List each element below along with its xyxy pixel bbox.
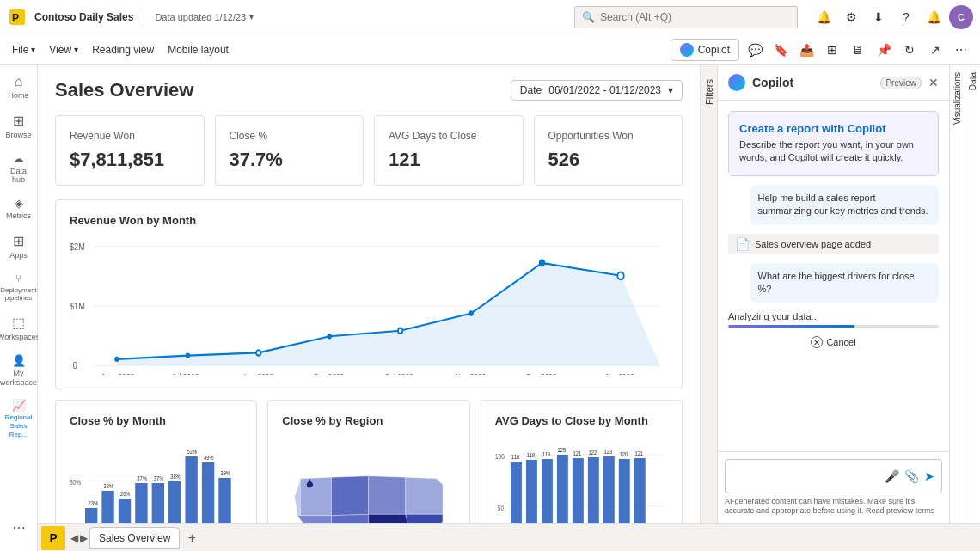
sidebar-item-datahub[interactable]: ☁ Data hub [2,147,36,191]
powerbi-logo: P [41,526,65,550]
cancel-button[interactable]: ✕ Cancel [811,336,855,348]
datahub-icon: ☁ [13,152,24,165]
report-main: Sales Overview Date 06/01/2022 - 01/12/2… [38,65,700,523]
main-container: ⌂ Home ⊞ Browse ☁ Data hub ◈ Metrics ⊞ A… [0,65,980,551]
sidebar-item-regionalsales[interactable]: 📈 Regional Sales Rep... [2,394,36,444]
refresh-icon[interactable]: ↻ [897,38,922,62]
svg-text:50%: 50% [70,478,81,487]
date-filter[interactable]: Date 06/01/2022 - 01/12/2023 ▾ [511,80,683,101]
sidebar-item-browse[interactable]: ⊞ Browse [2,107,36,145]
kpi-value-opps: 526 [548,149,669,171]
pin-icon[interactable]: 📌 [872,38,896,62]
avatar[interactable]: C [949,5,973,29]
file-menu[interactable]: File ▾ [7,39,40,61]
kpi-value-close: 37.7% [230,149,350,171]
svg-text:32%: 32% [104,482,113,489]
close-icon[interactable]: ✕ [928,76,939,89]
mobile-layout-btn[interactable]: Mobile layout [162,39,234,61]
help-icon[interactable]: ? [894,5,918,29]
svg-text:37%: 37% [154,474,163,481]
svg-text:37%: 37% [137,474,146,481]
svg-rect-77 [618,459,629,523]
toolbar-right-icons: 💬 🔖 📤 ⊞ 🖥 📌 ↻ ↗ ⋯ [743,38,973,62]
svg-point-13 [469,310,473,315]
sidebar-item-apps[interactable]: ⊞ Apps [2,228,36,266]
tab-sales-overview[interactable]: Sales Overview [89,527,180,549]
export-icon[interactable]: 📤 [794,38,818,62]
kpi-label-days: AVG Days to Close [389,130,509,142]
download-icon[interactable]: ⬇ [867,5,891,29]
add-tab-button[interactable]: + [181,528,202,548]
line-chart-svg: $2M $1M 0 [70,237,668,375]
more-icon: ⋯ [12,519,26,536]
workspaces-icon: ⬚ [12,315,25,331]
visualizations-panel[interactable]: Visualizations [949,65,965,523]
tab-nav-next[interactable]: ▶ [80,532,88,544]
settings-icon[interactable]: ⚙ [839,5,863,29]
chevron-down-icon[interactable]: ▾ [249,12,254,21]
data-label[interactable]: Data [968,72,977,90]
send-icon[interactable]: ➤ [924,469,934,483]
revenue-chart-title: Revenue Won by Month [70,214,668,227]
copilot-button[interactable]: Copilot [671,39,739,61]
sidebar-item-metrics[interactable]: ◈ Metrics [2,192,36,226]
notifications-icon[interactable]: 🔔 [812,5,836,29]
svg-rect-73 [588,457,599,523]
filters-label[interactable]: Filters [704,79,714,105]
copilot-input-box[interactable]: 🎤 📎 ➤ [725,459,942,493]
sidebar-item-workspaces[interactable]: ⬚ Workspaces [2,309,36,347]
kpi-value-revenue: $7,811,851 [70,149,190,171]
line-chart-container: $2M $1M 0 [70,237,668,375]
svg-rect-28 [85,508,97,523]
sidebar-item-home[interactable]: ⌂ Home [2,69,36,106]
display-icon[interactable]: 🖥 [846,38,870,62]
copilot-title: Copilot [752,76,873,89]
browse-icon: ⊞ [13,113,24,129]
comment-icon[interactable]: 💬 [743,38,767,62]
content-area: Sales Overview Date 06/01/2022 - 01/12/2… [38,65,980,551]
filters-panel[interactable]: Filters [700,65,717,523]
svg-rect-67 [542,459,553,523]
date-label: Date [520,84,542,96]
bottom-charts: Close % by Month 50% 0% [55,400,683,523]
copilot-logo-icon [680,43,694,57]
search-icon: 🔍 [582,11,595,23]
kpi-card-close: Close % 37.7% [215,115,364,186]
visualizations-label[interactable]: Visualizations [952,72,962,125]
svg-text:38%: 38% [170,473,180,480]
copilot-input-area: 🎤 📎 ➤ AI-generated content can have mist… [718,451,949,523]
sidebar-item-myworkspace[interactable]: 👤 My workspace [2,349,36,393]
svg-rect-65 [526,460,537,523]
alerts-icon[interactable]: 🔔 [922,5,946,29]
search-box[interactable]: 🔍 [574,6,798,28]
sidebar-item-deployment[interactable]: ⑂ Deployment pipelines [2,267,36,308]
svg-rect-44 [218,478,230,523]
reading-view-btn[interactable]: Reading view [87,39,159,61]
chat-bubble-user2: What are the biggest drivers for close %… [750,263,940,303]
copilot-card-title: Create a report with Copilot [739,122,928,135]
chevron-down-icon: ▾ [31,45,35,54]
svg-text:Sep 2022: Sep 2022 [314,372,344,375]
data-panel[interactable]: Data [965,65,980,523]
page-added-text: Sales overview page added [755,239,871,249]
share-icon[interactable]: ↗ [923,38,947,62]
attach-icon[interactable]: 📎 [904,469,919,483]
search-input[interactable] [600,11,790,23]
svg-text:P: P [12,12,19,24]
kpi-label-revenue: Revenue Won [70,130,190,142]
more-options-icon[interactable]: ⋯ [949,38,973,62]
svg-text:123: 123 [603,448,612,455]
sidebar-item-more[interactable]: ⋯ [2,514,36,541]
copilot-card-text: Describe the report you want, in your ow… [739,138,928,165]
view-toggle-icon[interactable]: ⊞ [820,38,844,62]
svg-text:Nov 2022: Nov 2022 [456,372,486,375]
view-menu[interactable]: View ▾ [44,39,83,61]
svg-rect-79 [634,458,645,523]
svg-rect-34 [135,483,147,523]
page-title: Sales Overview [55,79,193,101]
svg-text:119: 119 [542,450,550,457]
bookmark-icon[interactable]: 🔖 [769,38,793,62]
page-added-notification: 📄 Sales overview page added [728,234,939,254]
tab-nav-prev[interactable]: ◀ [70,532,78,544]
mic-icon[interactable]: 🎤 [885,469,899,483]
